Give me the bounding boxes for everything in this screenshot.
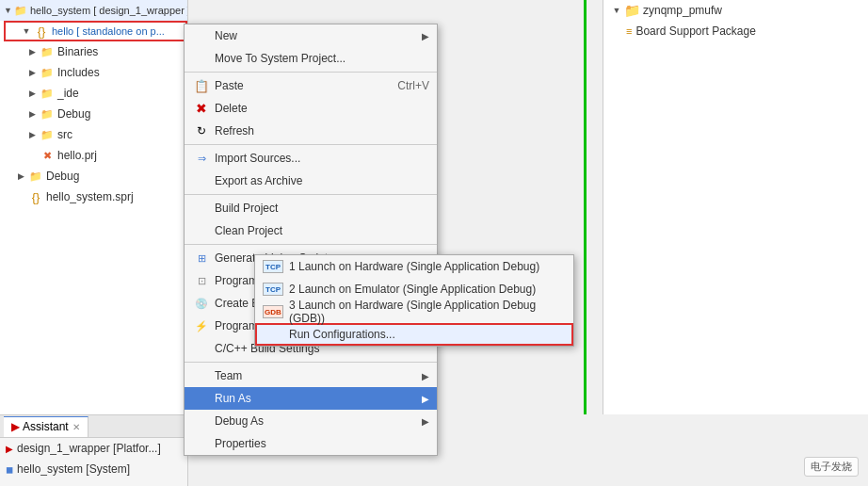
menu-item-import-sources[interactable]: ⇒ Import Sources... [185,147,437,170]
tree-item-ide[interactable]: ▶ 📁 _ide [0,83,187,104]
tree-item-hello-system[interactable]: ▼ 📁 hello_system [ design_1_wrapper ] [0,0,187,21]
separator [185,72,437,73]
menu-label: Build Project [215,202,429,215]
run-as-icon [192,391,211,406]
item-label: src [57,128,72,141]
menu-item-new[interactable]: New ▶ [185,24,437,47]
menu-item-clean-project[interactable]: Clean Project [185,219,437,242]
move-icon [192,51,211,66]
build-icon [192,201,211,216]
clean-icon [192,223,211,238]
menu-item-debug-as[interactable]: Debug As ▶ [185,410,437,432]
tree-item-includes[interactable]: ▶ 📁 Includes [0,62,187,83]
menu-label: 3 Launch on Hardware (Single Application… [289,299,566,325]
folder-icon: 📁 [40,106,55,122]
item-label: Binaries [57,45,98,58]
right-panel: ▼ 📁 zynqmp_pmufw ≡ Board Support Package [603,0,868,414]
expand-arrow: ▼ [4,5,12,16]
tab-bar: ▶ Assistant ✕ [0,415,187,438]
assistant-icon: ▶ [11,420,20,433]
system-icon: ◼ [6,464,13,475]
tcp-icon: TCP [263,260,283,273]
submenu-arrow: ▶ [422,394,429,404]
expand-arrow: ▶ [15,170,26,182]
item-label: Board Support Package [635,24,755,38]
menu-label: Clean Project [215,224,429,237]
separator [185,194,437,195]
menu-label: 2 Launch on Emulator (Single Application… [289,283,566,296]
tree-item-hello-prj[interactable]: ▶ ✖ hello.prj [0,145,187,166]
menu-label: Delete [215,102,429,115]
submenu-item-run-configs[interactable]: Run Configurations... [255,323,573,346]
separator [185,144,437,145]
project-explorer: ▼ 📁 hello_system [ design_1_wrapper ] ▼ … [0,0,188,414]
menu-item-run-as[interactable]: Run As ▶ [185,387,437,410]
menu-label: Debug As [215,414,422,428]
item-label: zynqmp_pmufw [643,4,722,17]
tab-assistant[interactable]: ▶ Assistant ✕ [4,416,88,437]
tree-item-binaries[interactable]: ▶ 📁 Binaries [0,41,187,62]
tree-item-hello-system-sprj[interactable]: ▶ {} hello_system.sprj [0,186,187,207]
item-label: hello.prj [57,149,97,162]
tree-item-debug[interactable]: ▶ 📁 Debug [0,104,187,124]
menu-item-properties[interactable]: Properties [185,432,437,455]
separator [185,362,437,363]
menu-label: Team [215,369,422,382]
tree-item-bsp[interactable]: ≡ Board Support Package [603,21,868,41]
menu-item-move-to-system[interactable]: Move To System Project... [185,47,437,70]
folder-icon: 📁 [14,3,27,18]
item-label: Includes [57,66,100,79]
tab-label: Assistant [23,420,69,433]
submenu-arrow: ▶ [422,371,429,381]
expand-arrow: ▶ [26,46,38,57]
folder-icon: 📁 [40,86,55,101]
menu-item-team[interactable]: Team ▶ [185,364,437,387]
menu-label: Run As [215,392,422,405]
refresh-icon: ↻ [192,123,211,138]
expand-arrow: ▶ [26,88,38,99]
item-label: hello_system [System] [17,462,130,476]
import-icon: ⇒ [192,151,211,166]
linker-icon: ⊞ [192,251,211,266]
team-icon [192,368,211,383]
submenu-item-launch-emulator[interactable]: TCP 2 Launch on Emulator (Single Applica… [255,278,573,300]
menu-label: Run Configurations... [289,328,564,341]
tree-item-src[interactable]: ▶ 📁 src [0,124,187,145]
item-label: Debug [46,170,79,183]
tree-item-debug2[interactable]: ▶ 📁 Debug [0,166,187,186]
new-icon [192,28,211,43]
green-line [584,0,587,414]
tree-item-zynqmp[interactable]: ▼ 📁 zynqmp_pmufw [603,0,868,21]
submenu-arrow: ▶ [422,31,429,41]
item-label: hello_system.sprj [46,190,134,203]
expand-arrow: ▼ [21,25,32,37]
menu-label: 1 Launch on Hardware (Single Application… [289,260,566,273]
fpga-icon: ⊡ [192,273,211,288]
item-label: design_1_wrapper [Platfor...] [17,442,161,455]
pkg-icon: {} [34,24,49,39]
separator [185,244,437,245]
watermark: 电子发烧 [804,457,859,477]
menu-item-delete[interactable]: ✖ Delete [185,97,437,120]
paste-icon: 📋 [192,78,211,93]
menu-item-build-project[interactable]: Build Project [185,197,437,219]
error-icon: ▶ [6,444,13,454]
submenu-item-launch-hw-gdb[interactable]: GDB 3 Launch on Hardware (Single Applica… [255,300,573,323]
tree-item-hello-standalone[interactable]: ▼ {} hello [ standalone on p... [4,21,187,41]
menu-item-export-archive[interactable]: Export as Archive [185,170,437,192]
delete-icon: ✖ [192,101,211,116]
assistant-item-design[interactable]: ▶ design_1_wrapper [Platfor...] [0,438,187,459]
cpp-icon [192,341,211,356]
menu-shortcut: Ctrl+V [397,79,429,92]
menu-label: Properties [215,437,429,450]
submenu-item-launch-hw[interactable]: TCP 1 Launch on Hardware (Single Applica… [255,255,573,278]
close-icon[interactable]: ✕ [72,422,80,432]
menu-item-paste[interactable]: 📋 Paste Ctrl+V [185,74,437,97]
menu-label: Move To System Project... [215,52,429,65]
menu-item-refresh[interactable]: ↻ Refresh [185,120,437,142]
assistant-item-hello-system[interactable]: ◼ hello_system [System] [0,459,187,479]
watermark-text: 电子发烧 [811,461,852,472]
expand-arrow: ▶ [26,108,38,120]
boot-icon: 💿 [192,296,211,311]
export-icon [192,173,211,188]
